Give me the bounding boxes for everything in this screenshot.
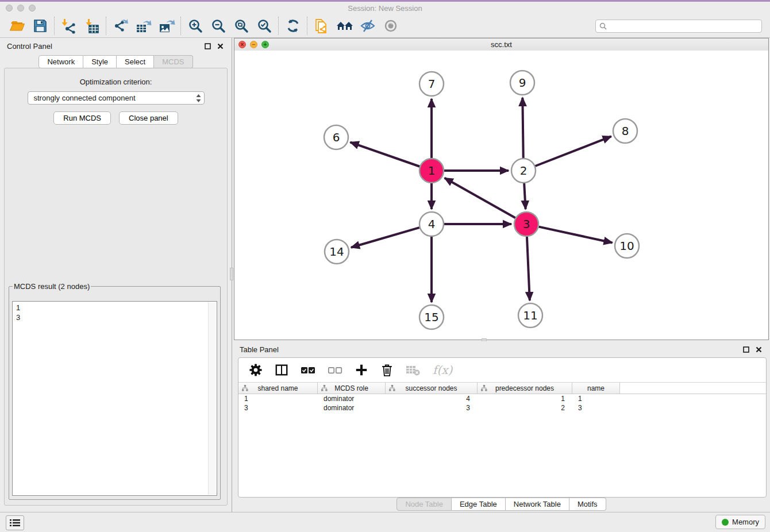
graph-edge-4-14[interactable] [351,228,419,248]
export-table-button[interactable] [132,16,155,36]
toolbar-separator [106,17,107,35]
select-all-button[interactable] [301,364,315,376]
import-network-button[interactable] [57,16,80,36]
unchecked-boxes-icon [328,364,342,376]
search-input[interactable] [609,21,758,30]
cell-predecessor-nodes[interactable]: 2 [478,404,572,412]
task-history-button[interactable] [6,515,24,530]
show-details-button[interactable] [379,16,402,36]
graph-node-2[interactable]: 2 [511,159,536,183]
graph-edge-3-1[interactable] [445,178,515,218]
column-header-shared-name[interactable]: shared name [238,383,318,394]
tab-node-table[interactable]: Node Table [396,498,452,511]
cell-mcds-role[interactable]: dominator [318,404,386,412]
scrollbar-track[interactable] [208,302,216,495]
import-table-icon [84,18,100,34]
tab-mcds[interactable]: MCDS [154,55,192,68]
tab-network-table[interactable]: Network Table [506,498,569,511]
tab-style[interactable]: Style [83,55,117,68]
clone-network-button[interactable] [310,16,333,36]
mcds-result-text[interactable]: 1 3 [12,301,217,496]
session-title: Session: New Session [0,4,770,13]
close-table-panel-button[interactable] [754,345,763,354]
zoom-out-button[interactable] [207,16,230,36]
column-header-mcds-role[interactable]: MCDS role [318,383,386,394]
cell-predecessor-nodes[interactable]: 1 [478,395,572,403]
search-field[interactable] [595,20,762,33]
float-table-panel-button[interactable] [741,345,750,354]
tab-edge-table[interactable]: Edge Table [452,498,506,511]
graph-node-7[interactable]: 7 [419,72,444,96]
plus-icon [355,363,368,377]
save-session-button[interactable] [29,16,52,36]
hide-details-button[interactable] [356,16,379,36]
export-network-button[interactable] [109,16,132,36]
control-panel-tabs: Network Style Select MCDS [0,55,232,68]
network-window-titlebar[interactable]: × − + scc.txt [234,38,768,51]
network-maximize-button[interactable]: + [261,41,269,48]
column-header-name[interactable]: name [572,383,620,394]
graph-edge-3-11[interactable] [527,237,530,300]
memory-button[interactable]: Memory [715,515,765,529]
deselect-all-button[interactable] [328,364,342,376]
cell-shared-name[interactable]: 3 [238,404,318,412]
graph-node-8[interactable]: 8 [613,119,637,143]
graph-node-4[interactable]: 4 [419,212,444,236]
magnifier-fit-icon [234,18,249,34]
svg-text:6: 6 [333,130,340,144]
refresh-button[interactable] [282,16,305,36]
graph-node-6[interactable]: 6 [324,125,348,149]
zoom-fit-button[interactable] [230,16,253,36]
table-settings-button[interactable] [249,363,263,377]
graph-node-11[interactable]: 11 [518,303,542,327]
graph-edge-2-9[interactable] [522,98,523,158]
network-minimize-button[interactable]: − [250,41,257,48]
open-file-button[interactable] [6,16,29,36]
column-header-successor-nodes[interactable]: successor nodes [386,383,478,394]
vertical-splitter-handle[interactable] [230,268,233,280]
close-panel-button[interactable] [215,41,225,51]
graph-node-9[interactable]: 9 [510,71,534,95]
tab-motifs[interactable]: Motifs [569,498,606,511]
zoom-selected-button[interactable] [253,16,276,36]
zoom-in-button[interactable] [184,16,207,36]
cell-mcds-role[interactable]: dominator [318,395,386,403]
network-close-button[interactable]: × [238,41,246,48]
cell-successor-nodes[interactable]: 4 [386,395,478,403]
graph-node-10[interactable]: 10 [615,234,639,258]
tab-network[interactable]: Network [38,55,83,68]
float-panel-button[interactable] [203,41,212,51]
float-icon [743,346,749,353]
graph-edge-3-10[interactable] [538,227,612,243]
table-row[interactable]: 1 dominator 4 1 1 [238,394,766,403]
add-column-button[interactable] [355,363,368,377]
table-row[interactable]: 3 dominator 3 2 3 [238,403,766,413]
network-canvas[interactable]: 7968124314101511 [234,51,768,340]
tab-select[interactable]: Select [117,55,154,68]
svg-text:1: 1 [428,164,436,178]
close-mcds-panel-button[interactable]: Close panel [119,111,178,125]
column-header-predecessor-nodes[interactable]: predecessor nodes [478,383,572,394]
graph-node-1[interactable]: 1 [419,159,444,183]
cell-shared-name[interactable]: 1 [238,395,318,403]
delete-column-button[interactable] [380,363,394,377]
show-columns-button[interactable] [275,363,288,377]
cell-name[interactable]: 3 [572,404,620,412]
export-image-button[interactable] [155,16,178,36]
graph-node-3[interactable]: 3 [514,212,538,236]
graph-edge-2-3[interactable] [524,183,525,209]
graph-node-15[interactable]: 15 [419,305,444,329]
graph-edge-1-6[interactable] [351,142,420,167]
cell-successor-nodes[interactable]: 3 [386,404,478,412]
graph-edge-2-8[interactable] [535,136,611,166]
run-mcds-button[interactable]: Run MCDS [53,111,111,125]
graph-node-14[interactable]: 14 [325,240,349,264]
function-builder-button[interactable]: f(x) [433,363,452,377]
cell-name[interactable]: 1 [572,395,620,403]
import-table-button[interactable] [80,16,103,36]
control-panel: Control Panel Network Style Select MCDS … [0,38,232,512]
gear-icon [249,363,263,377]
home-networks-button[interactable] [333,16,356,36]
delete-table-button[interactable] [406,364,421,376]
optimization-criterion-select[interactable]: strongly connected component [28,91,205,105]
